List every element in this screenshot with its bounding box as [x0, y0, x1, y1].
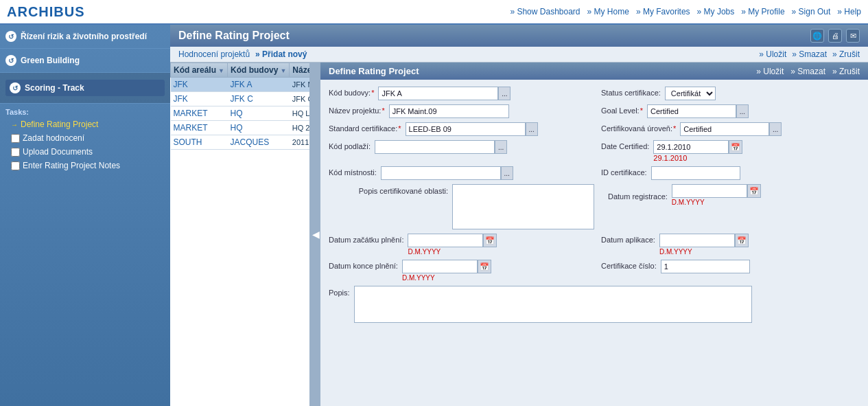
cal-datum-aplikace[interactable]: 📅	[735, 234, 749, 247]
input-uroven[interactable]	[680, 122, 769, 136]
collapse-panel-button[interactable]: ◀	[311, 63, 320, 406]
task-label-upload: Upload Documents	[23, 147, 93, 157]
form-half-popis: Popis:	[329, 286, 860, 323]
active-task-arrow: →	[11, 121, 18, 128]
cal-datum-konec[interactable]: 📅	[478, 260, 491, 273]
field-certifikace-cislo	[661, 260, 860, 273]
sidebar-item-green[interactable]: ↺ Green Building	[5, 53, 165, 68]
col-kod-budovy[interactable]: Kód budovy ▼	[228, 63, 290, 78]
cell-kod-budovy: HQ	[228, 121, 290, 135]
globe-icon[interactable]: 🌐	[810, 29, 824, 43]
label-konec: Datum konce plnění:	[329, 260, 402, 270]
input-goal[interactable]	[647, 104, 736, 118]
cancel-button[interactable]: » Zrušit	[832, 49, 860, 59]
task-label-zadat: Zadat hodnocení	[23, 133, 84, 143]
field-goal: ...	[647, 104, 860, 118]
delete-button[interactable]: » Smazat	[792, 49, 827, 59]
browse-uroven[interactable]: ...	[769, 122, 782, 136]
task-checkbox-upload[interactable]	[11, 148, 20, 157]
add-new-button[interactable]: » Přidat nový	[255, 49, 307, 59]
form-row-7: Datum začátku plnění: 📅 D.M.YYYY	[329, 234, 860, 256]
browse-standard[interactable]: ...	[526, 122, 538, 136]
form-title: Define Rating Project	[329, 66, 419, 76]
my-home-link[interactable]: » My Home	[587, 7, 629, 16]
show-dashboard-link[interactable]: » Show Dashboard	[510, 7, 580, 16]
sidebar-item-rizeni[interactable]: ↺ Řízení rizik a životního prostředí	[5, 29, 165, 44]
cal-datum-registrace[interactable]: 📅	[747, 184, 761, 198]
field-datum-registrace: 📅 D.M.YYYY	[672, 184, 761, 206]
browse-podlazi[interactable]: ...	[495, 140, 507, 154]
cell-kod-arealu: MARKET	[171, 106, 228, 121]
field-date-certified: 📅 29.1.2010	[653, 140, 860, 162]
form-half-uroven: Certifikovaná úroveň: ...	[601, 122, 860, 136]
label-aplikace: Datum aplikace:	[601, 234, 659, 244]
form-half-zacatek: Datum začátku plnění: 📅 D.M.YYYY	[329, 234, 587, 256]
browse-mistnost[interactable]: ...	[501, 166, 513, 180]
tasks-header: Tasks:	[0, 104, 170, 117]
form-row-5: Kód místnosti: ... ID certifikace:	[329, 166, 860, 180]
task-label-notes: Enter Rating Project Notes	[23, 161, 120, 170]
field-podlazi: ...	[375, 140, 587, 154]
input-podlazi[interactable]	[375, 140, 495, 154]
form-half-certifikace-cislo: Certifikace číslo:	[601, 260, 860, 273]
task-define-rating[interactable]: → Define Rating Project	[0, 117, 170, 131]
input-id-certifikace[interactable]	[651, 166, 740, 180]
sidebar-item-scoring[interactable]: ↺ Scoring - Track	[5, 80, 165, 96]
form-save-link[interactable]: » Uložit	[756, 67, 784, 76]
task-enter-notes[interactable]: Enter Rating Project Notes	[0, 159, 170, 172]
input-date-certified[interactable]	[653, 140, 729, 154]
task-checkbox-notes[interactable]	[11, 161, 20, 170]
my-favorites-link[interactable]: » My Favorites	[636, 7, 690, 16]
cell-nazev: JFK Maint.09	[290, 78, 311, 92]
browse-goal[interactable]: ...	[736, 104, 749, 118]
textarea-popis[interactable]	[354, 286, 752, 323]
input-certifikace-cislo[interactable]	[661, 260, 750, 273]
print-icon[interactable]: 🖨	[828, 29, 842, 43]
browse-kod-budovy[interactable]: ...	[498, 87, 511, 100]
input-nazev[interactable]	[389, 104, 509, 118]
label-goal: Goal Level:	[601, 104, 647, 115]
input-kod-budovy[interactable]	[378, 87, 498, 100]
label-kod-budovy: Kód budovy:	[329, 87, 378, 97]
form-row-2: Název projektu: Goal Level: ...	[329, 104, 860, 118]
sign-out-link[interactable]: » Sign Out	[792, 7, 831, 16]
input-datum-aplikace[interactable]	[659, 234, 735, 247]
input-datum-zacatek[interactable]	[408, 234, 483, 247]
form-half-kod-budovy: Kód budovy: ...	[329, 87, 587, 100]
col-kod-arealu[interactable]: Kód areálu ▼	[171, 63, 228, 78]
cal-datum-zacatek[interactable]: 📅	[483, 234, 497, 247]
input-mistnost[interactable]	[381, 166, 501, 180]
textarea-popis-oblasti[interactable]	[452, 184, 594, 229]
form-row-6: Popis certifikované oblasti: Datum regis…	[329, 184, 860, 229]
table-row[interactable]: JFK JFK A JFK Maint.09	[171, 78, 312, 92]
top-nav: » Show Dashboard » My Home » My Favorite…	[510, 7, 861, 16]
page-header-icons: 🌐 🖨 ✉	[810, 29, 860, 43]
task-upload[interactable]: Upload Documents	[0, 145, 170, 159]
input-standard[interactable]	[406, 122, 526, 136]
breadcrumb-hodnoceni[interactable]: Hodnocení projektů	[178, 49, 250, 59]
help-link[interactable]: » Help	[837, 7, 861, 16]
table-row[interactable]: MARKET HQ HQ LEED 20	[171, 106, 312, 121]
my-jobs-link[interactable]: » My Jobs	[697, 7, 735, 16]
sidebar-section-scoring: ↺ Scoring - Track	[0, 73, 170, 104]
input-datum-konec[interactable]	[402, 260, 478, 273]
cal-date-certified[interactable]: 📅	[729, 140, 742, 154]
cell-nazev: HQ LEED 20	[290, 106, 311, 121]
my-profile-link[interactable]: » My Profile	[741, 7, 784, 16]
breadcrumb-area: Hodnocení projektů » Přidat nový	[178, 49, 307, 59]
task-zadat[interactable]: Zadat hodnocení	[0, 131, 170, 145]
select-status[interactable]: Certifikát	[665, 87, 716, 100]
col-nazev[interactable]: Název pr	[290, 63, 311, 78]
form-delete-link[interactable]: » Smazat	[790, 67, 825, 76]
task-checkbox-zadat[interactable]	[11, 134, 20, 143]
input-datum-registrace[interactable]	[672, 184, 747, 198]
table-row[interactable]: SOUTH JACQUES 2011 Gold	[171, 135, 312, 150]
sidebar-section-rizeni: ↺ Řízení rizik a životního prostředí	[0, 25, 170, 49]
email-icon[interactable]: ✉	[846, 29, 860, 43]
label-mistnost: Kód místnosti:	[329, 166, 381, 177]
save-button[interactable]: » Uložit	[759, 49, 786, 59]
table-row[interactable]: MARKET HQ HQ 2010 LE	[171, 121, 312, 135]
table-panel: Kód areálu ▼ Kód budovy ▼ Název pr	[170, 63, 311, 406]
table-row[interactable]: JFK JFK C JFK C Self S	[171, 92, 312, 106]
form-cancel-link[interactable]: » Zrušit	[832, 67, 860, 76]
